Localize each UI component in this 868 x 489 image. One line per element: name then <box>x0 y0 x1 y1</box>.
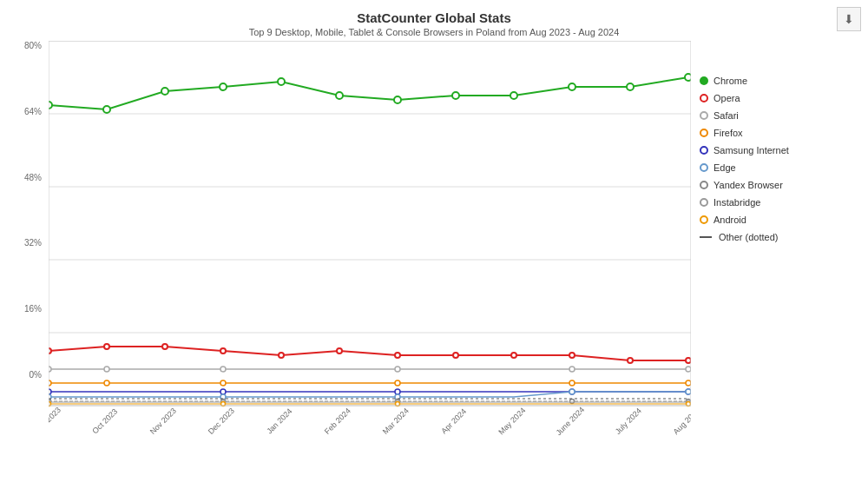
svg-point-22 <box>685 74 691 81</box>
svg-point-56 <box>686 389 691 394</box>
svg-point-38 <box>395 367 400 372</box>
svg-point-13 <box>161 88 168 95</box>
svg-point-55 <box>569 389 575 394</box>
x-label-apr2024: Apr 2024 <box>439 406 468 435</box>
x-label-aug2024: Aug 2024 <box>672 406 691 436</box>
svg-point-40 <box>686 367 691 372</box>
svg-point-19 <box>510 92 517 99</box>
svg-point-27 <box>279 353 284 358</box>
sub-title: Top 9 Desktop, Mobile, Tablet & Console … <box>0 27 868 37</box>
svg-point-49 <box>395 389 400 394</box>
svg-point-21 <box>627 83 634 90</box>
legend-other-label: Other (dotted) <box>719 232 778 242</box>
y-label-16: 16% <box>17 304 42 314</box>
y-label-80: 80% <box>17 41 42 50</box>
svg-point-12 <box>103 106 110 113</box>
svg-point-39 <box>569 367 575 372</box>
y-label-32: 32% <box>17 238 42 248</box>
x-label-may2024: May 2024 <box>496 406 527 436</box>
svg-point-26 <box>220 348 226 354</box>
svg-point-34 <box>686 358 691 363</box>
legend-opera: Opera <box>700 93 821 103</box>
svg-point-28 <box>337 348 342 354</box>
svg-point-18 <box>452 92 459 99</box>
legend-chrome-label: Chrome <box>713 76 747 86</box>
legend-yandex: Yandex Browser <box>700 180 821 190</box>
legend-firefox: Firefox <box>700 128 821 138</box>
svg-point-24 <box>104 344 109 349</box>
legend-firefox-label: Firefox <box>713 128 743 138</box>
x-label-jan2024: Jan 2024 <box>265 406 293 435</box>
svg-point-20 <box>569 83 575 90</box>
svg-point-17 <box>394 96 401 103</box>
legend-safari-dot <box>700 111 708 120</box>
legend-android-label: Android <box>713 215 746 225</box>
svg-point-15 <box>278 78 285 85</box>
x-label-june2024: June 2024 <box>554 405 586 437</box>
x-label-sept2023: Sept 2023 <box>49 406 62 437</box>
x-label-oct2023: Oct 2023 <box>90 406 119 435</box>
x-label-july2024: July 2024 <box>614 406 643 436</box>
legend-other: Other (dotted) <box>700 232 821 242</box>
title-section: StatCounter Global Stats Top 9 Desktop, … <box>0 0 868 41</box>
legend-samsung-dot <box>700 146 708 155</box>
svg-point-25 <box>162 344 168 349</box>
legend-chrome-dot <box>700 76 708 85</box>
svg-point-48 <box>220 389 226 394</box>
y-label-0: 0% <box>17 370 42 380</box>
svg-point-31 <box>511 353 516 358</box>
y-label-48: 48% <box>17 173 42 182</box>
chart-svg: statcounter <box>49 41 691 440</box>
x-label-mar2024: Mar 2024 <box>381 406 411 436</box>
y-label-64: 64% <box>17 107 42 116</box>
legend-yandex-label: Yandex Browser <box>713 180 783 190</box>
legend-other-dash <box>700 236 712 238</box>
chart-area: 80% 64% 48% 32% 16% 0% statcounter <box>9 41 868 440</box>
svg-point-33 <box>628 358 633 363</box>
legend-android-dot <box>700 215 708 224</box>
legend-safari: Safari <box>700 110 821 121</box>
legend-chrome: Chrome <box>700 76 821 86</box>
legend-firefox-dot <box>700 129 708 137</box>
svg-point-14 <box>220 83 227 90</box>
svg-point-60 <box>570 400 575 404</box>
legend-opera-dot <box>700 94 708 102</box>
legend-samsung-label: Samsung Internet <box>713 145 789 155</box>
svg-point-46 <box>686 380 691 386</box>
legend: Chrome Opera Safari Firefox Samsung Inte… <box>700 76 821 440</box>
legend-edge-dot <box>700 163 708 172</box>
x-label-nov2023: Nov 2023 <box>148 406 178 436</box>
legend-edge: Edge <box>700 162 821 173</box>
legend-safari-label: Safari <box>713 110 739 121</box>
main-title: StatCounter Global Stats <box>0 10 868 25</box>
legend-android: Android <box>700 215 821 225</box>
x-label-dec2023: Dec 2023 <box>207 406 236 436</box>
svg-point-44 <box>395 380 400 386</box>
svg-point-29 <box>395 353 400 358</box>
svg-point-16 <box>336 92 343 99</box>
svg-point-42 <box>104 380 109 386</box>
svg-point-11 <box>49 102 52 109</box>
svg-point-32 <box>569 353 575 358</box>
legend-edge-label: Edge <box>713 162 736 173</box>
legend-yandex-dot <box>700 181 708 189</box>
legend-opera-label: Opera <box>713 93 740 103</box>
legend-instabridge-dot <box>700 198 708 207</box>
svg-rect-4 <box>49 41 691 406</box>
svg-point-43 <box>220 380 226 386</box>
legend-samsung: Samsung Internet <box>700 145 821 155</box>
legend-instabridge: Instabridge <box>700 197 821 208</box>
x-label-feb2024: Feb 2024 <box>323 406 352 436</box>
download-button[interactable]: ⬇ <box>837 7 861 31</box>
legend-instabridge-label: Instabridge <box>713 197 760 208</box>
svg-point-36 <box>104 367 109 372</box>
svg-point-37 <box>220 367 226 372</box>
svg-point-30 <box>453 353 458 358</box>
svg-point-45 <box>569 380 575 386</box>
page-container: ⬇ StatCounter Global Stats Top 9 Desktop… <box>0 0 868 489</box>
